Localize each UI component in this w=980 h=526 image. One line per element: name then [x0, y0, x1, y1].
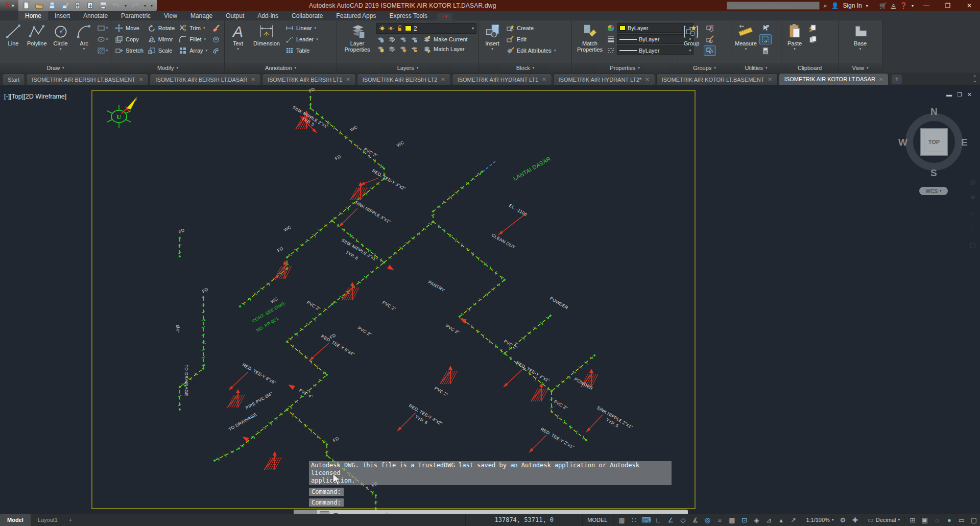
drawing-label[interactable]: PVC 2"	[306, 300, 321, 312]
viewcube-west[interactable]: W	[898, 137, 907, 148]
pipe-line[interactable]	[432, 220, 552, 354]
panel-label-properties[interactable]: Properties▾	[572, 63, 678, 73]
insert-button[interactable]: Insert▾	[481, 22, 504, 63]
rectangle-button[interactable]: ▾	[97, 23, 109, 33]
leader-line[interactable]	[497, 213, 526, 236]
doc-restore-icon[interactable]: ❐	[957, 91, 962, 98]
redo-dropdown[interactable]: ▾	[144, 4, 146, 8]
ribbon-tab-annotate[interactable]: Annotate	[77, 11, 114, 20]
drawing-label[interactable]: WC	[270, 296, 279, 304]
viewcube-south[interactable]: S	[930, 168, 937, 179]
riser-annotation[interactable]	[342, 282, 359, 300]
measure-button[interactable]: Measure▾	[733, 22, 758, 63]
help-icon[interactable]: ❓	[900, 2, 907, 9]
transparency-icon[interactable]: ▩	[726, 514, 738, 526]
layer-isolate-icon[interactable]	[388, 35, 396, 43]
linear-button[interactable]: Linear▾	[284, 23, 320, 33]
ribbon-tab-home[interactable]: Home	[18, 11, 48, 20]
elevation-datum-line[interactable]	[479, 161, 495, 175]
text-button[interactable]: A Text▾	[227, 22, 249, 63]
ribbon-tab-insert[interactable]: Insert	[48, 11, 77, 20]
riser-annotation[interactable]	[274, 260, 292, 279]
file-tab-isometrik-air-bersih-lt-dasar[interactable]: ISOMETRIK AIR BERSIH LT.DASAR✕	[150, 74, 261, 85]
move-button[interactable]: Move	[113, 23, 145, 33]
quick-properties-icon[interactable]: ⊞	[906, 514, 919, 526]
pipe-line[interactable]	[503, 352, 595, 392]
tab-close-icon[interactable]: ✕	[441, 77, 445, 82]
leader-line[interactable]	[585, 415, 603, 433]
dynamic-ucs-icon[interactable]: ⊿	[762, 514, 775, 526]
array-button[interactable]: Array▾	[177, 45, 209, 56]
leader-line[interactable]	[338, 208, 357, 228]
leader-line[interactable]	[360, 178, 379, 186]
drawing-label[interactable]: POWDER	[549, 296, 569, 310]
edit-block-button[interactable]: Edit	[505, 34, 557, 44]
drawing-label[interactable]: PIPE PVC Ø4"	[245, 391, 274, 410]
match-properties-button[interactable]: Match Properties	[574, 22, 606, 63]
tab-close-icon[interactable]: ✕	[251, 77, 255, 82]
annotation-visibility-icon[interactable]: ▴	[775, 514, 787, 526]
undo-dropdown[interactable]: ▾	[125, 4, 127, 8]
ribbon-tab-featured-apps[interactable]: Featured Apps	[329, 11, 383, 20]
open-folder-icon[interactable]	[35, 2, 43, 10]
pan-icon[interactable]: ✛	[970, 194, 976, 201]
navigation-bar[interactable]: ◎ ✛ ○ ◌ ▢	[967, 178, 978, 249]
viewcube[interactable]: N S W E TOP	[902, 110, 966, 174]
steering-wheel-icon[interactable]: ◎	[970, 178, 975, 185]
lock-ui-icon[interactable]: ▣	[919, 514, 931, 526]
layer-unisolate-icon[interactable]	[388, 45, 396, 53]
tab-close-icon[interactable]: ✕	[645, 77, 649, 82]
drawing-label[interactable]: WC	[349, 125, 358, 133]
drawing-label[interactable]: WC	[396, 140, 405, 148]
file-tab-isometrik-air-hydrant-lt2[interactable]: ISOMETRIK AIR HYDRANT LT2*✕	[553, 74, 655, 85]
ellipse-button[interactable]: ▾	[97, 34, 109, 44]
drawing-label[interactable]: RED. TEE-Y 2"x1"	[540, 426, 575, 450]
edit-attributes-button[interactable]: Edit Attributes▾	[505, 45, 557, 56]
layer-dropdown[interactable]: 2 ▾	[376, 23, 476, 34]
tab-close-icon[interactable]: ✕	[139, 77, 143, 82]
pipe-line[interactable]	[178, 236, 181, 257]
save-to-mobile-icon[interactable]	[86, 2, 94, 10]
workspace-switching-icon[interactable]: ⚙	[836, 514, 849, 526]
save-as-icon[interactable]	[61, 2, 69, 10]
drawing-label[interactable]: POWDER	[573, 376, 594, 391]
file-tab-isometrik-air-hydrant-lt1[interactable]: ISOMETRIK AIR HYDRANT LT1✕	[452, 74, 552, 85]
layer-off-icon[interactable]	[376, 35, 385, 43]
undo-icon[interactable]	[112, 2, 120, 10]
copy-button[interactable]: Copy	[113, 34, 145, 44]
base-button[interactable]: Base▾	[849, 22, 872, 63]
leader-line[interactable]	[503, 370, 522, 388]
annotation-scale-button[interactable]: 1:1/100%▾	[803, 517, 836, 523]
file-tab-start[interactable]: Start	[2, 74, 25, 85]
drawing-label[interactable]: PVC 3"	[363, 147, 378, 158]
ribbon-tab-express-tools[interactable]: Express Tools	[383, 11, 434, 20]
drawing-label[interactable]: LANTAI DASAR	[512, 155, 552, 182]
circle-button[interactable]: Circle ▾	[50, 22, 72, 63]
drawing-label[interactable]: PANTRY	[427, 279, 446, 293]
scale-button[interactable]: Scale	[146, 45, 176, 56]
3d-object-snap-icon[interactable]: ◈	[750, 514, 762, 526]
panel-label-block[interactable]: Block▾	[479, 63, 571, 73]
orbit-icon[interactable]: ◌	[971, 225, 975, 233]
panel-label-modify[interactable]: Modify▾	[111, 63, 224, 73]
annotation-scale-add-icon[interactable]: ✚	[849, 514, 861, 526]
drawing-label[interactable]: FD	[334, 154, 342, 161]
ribbon-tab-manage[interactable]: Manage	[184, 11, 219, 20]
layer-unlock-all-icon[interactable]	[410, 45, 418, 53]
ribbon-display-toggle[interactable]: ◦ ▾	[437, 13, 452, 20]
file-tab-isometrik-air-kotor-lt-basement[interactable]: ISOMETRIK AIR KOTOR LT.BASEMENT✕	[656, 74, 778, 85]
new-file-icon[interactable]	[22, 2, 31, 10]
ribbon-tab-parametric[interactable]: Parametric	[114, 11, 157, 20]
drawing-label[interactable]: PVC 2"	[357, 325, 372, 337]
polyline-button[interactable]: Polyline	[26, 22, 49, 63]
doc-close-icon[interactable]: ✕	[967, 91, 972, 98]
ortho-icon[interactable]: ∟	[652, 514, 664, 526]
mirror-button[interactable]: Mirror	[146, 34, 176, 44]
ribbon-tab-output[interactable]: Output	[219, 11, 251, 20]
leader-line[interactable]	[396, 413, 416, 432]
model-tab[interactable]: Model	[0, 514, 31, 526]
object-snap-icon[interactable]: ◎	[701, 514, 713, 526]
table-button[interactable]: Table	[284, 45, 320, 56]
drawing-label[interactable]: PVC 2"	[445, 323, 460, 335]
new-layout-button[interactable]: +	[65, 517, 76, 523]
